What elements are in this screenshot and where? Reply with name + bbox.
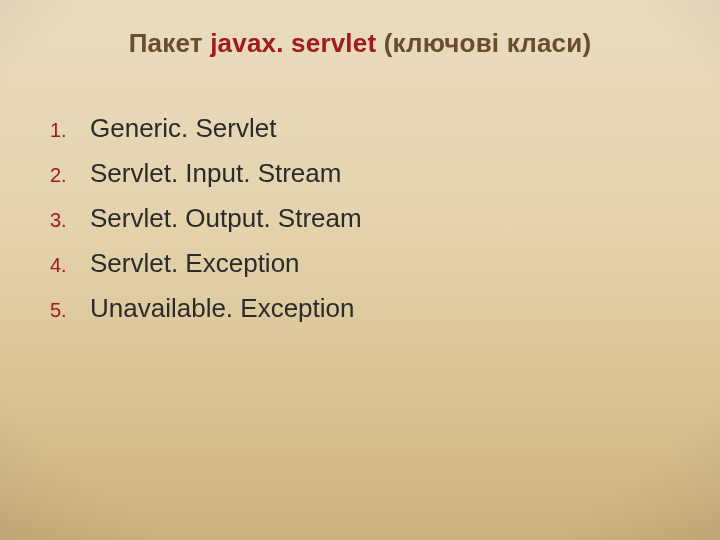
title-suffix: (ключові класи) <box>376 28 591 58</box>
list-number: 1. <box>46 119 90 142</box>
list-number: 2. <box>46 164 90 187</box>
list-item: 2. Servlet. Input. Stream <box>46 156 680 191</box>
list-item: 4. Servlet. Exception <box>46 246 680 281</box>
list-text: Servlet. Input. Stream <box>90 156 341 191</box>
list-text: Servlet. Output. Stream <box>90 201 362 236</box>
list-number: 5. <box>46 299 90 322</box>
list-text: Servlet. Exception <box>90 246 300 281</box>
list-item: 5. Unavailable. Exception <box>46 291 680 326</box>
list-text: Generic. Servlet <box>90 111 276 146</box>
slide: Пакет javax. servlet (ключові класи) 1. … <box>0 0 720 540</box>
slide-title: Пакет javax. servlet (ключові класи) <box>40 28 680 59</box>
list-number: 4. <box>46 254 90 277</box>
list-text: Unavailable. Exception <box>90 291 355 326</box>
title-prefix: Пакет <box>129 28 210 58</box>
title-package: javax. servlet <box>210 28 376 58</box>
list-number: 3. <box>46 209 90 232</box>
list-item: 1. Generic. Servlet <box>46 111 680 146</box>
list-item: 3. Servlet. Output. Stream <box>46 201 680 236</box>
class-list: 1. Generic. Servlet 2. Servlet. Input. S… <box>46 111 680 326</box>
